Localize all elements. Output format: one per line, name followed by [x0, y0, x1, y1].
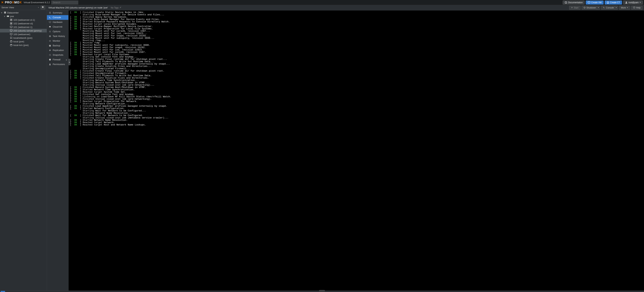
console-line: [ OK ] Mounted Mount unit for lxd, revis…	[70, 49, 642, 51]
shutdown-label: Shutdown	[586, 6, 596, 9]
terminal-icon	[603, 6, 605, 9]
svg-rect-17	[11, 35, 12, 35]
tree-item-node[interactable]: ▾pve	[0, 14, 47, 18]
console-line: [ OK ] Started Network Time Synchronizat…	[70, 88, 642, 91]
subnav-summary[interactable]: Summary	[47, 10, 68, 15]
svg-rect-4	[4, 12, 6, 13]
collapse-handle[interactable]: ▸	[68, 59, 70, 65]
tree-item-label: local-lvm (pve)	[13, 44, 29, 46]
console-line: [ OK ] Reached target Host and Network N…	[70, 124, 642, 126]
tree-body: ▾Datacenter▾pve103 (webserver-ct-1)102 (…	[0, 10, 47, 291]
svg-rect-18	[10, 37, 11, 38]
subnav-task-history[interactable]: Task History	[47, 34, 68, 38]
tree-item-label: 102 (webserver-ct)	[13, 22, 33, 25]
console-menu-caret[interactable]: ▼	[614, 6, 618, 10]
console-label: Console	[606, 6, 614, 9]
tree-item-ct[interactable]: 103 (webserver-ct-1)	[0, 18, 47, 22]
create-ct-label: Create CT	[610, 1, 620, 4]
console-line: Mounting Mount unit for lxd, revision 22…	[70, 32, 642, 35]
console-line: Mounting Mount unit for subiquity, revis…	[70, 37, 642, 39]
subnav-replication[interactable]: Replication	[47, 48, 68, 53]
svg-point-2	[626, 1, 627, 2]
subnav-backup[interactable]: Backup	[47, 43, 68, 48]
more-button[interactable]: More ▼	[619, 6, 630, 10]
ct-icon	[10, 22, 13, 25]
create-vm-button[interactable]: Create VM	[586, 0, 604, 4]
cube-icon	[607, 1, 609, 4]
help-button[interactable]: ? Help	[631, 6, 642, 10]
svg-rect-12	[10, 26, 12, 27]
shutdown-menu-caret[interactable]: ▼	[597, 6, 600, 10]
start-label: Start	[574, 6, 578, 9]
svg-rect-16	[10, 33, 12, 35]
subnav-label: Snapshots	[53, 54, 63, 56]
user-icon	[49, 63, 51, 66]
svg-rect-20	[10, 38, 11, 39]
cloud-icon	[49, 25, 51, 28]
subnav-firewall[interactable]: Firewall▸	[47, 57, 68, 62]
tree-settings-button[interactable]	[40, 5, 45, 9]
svg-rect-11	[11, 23, 12, 24]
tree-view-selector[interactable]: Server View	[2, 6, 38, 9]
subnav-hardware[interactable]: Hardware	[47, 20, 68, 24]
tree-item-label: local (pve)	[13, 40, 24, 43]
console-line: Starting Create final runtime dir for sh…	[70, 58, 642, 60]
console-line: Starting Create Volatile Files and Direc…	[70, 65, 642, 67]
pencil-icon	[120, 6, 122, 9]
tags-area[interactable]: No Tags	[111, 6, 122, 9]
subnav-snapshots[interactable]: Snapshots	[47, 53, 68, 57]
subnav-label: Summary	[53, 11, 62, 14]
svg-rect-19	[12, 37, 12, 38]
tree-item-ct[interactable]: 102 (webserver-ct)	[0, 22, 47, 25]
subnav-label: Console	[53, 16, 61, 19]
bottom-expand-handle[interactable]	[319, 290, 325, 292]
console-line: [ OK ] Mounted Mount unit for snapd, rev…	[70, 46, 642, 49]
svg-rect-3	[4, 12, 6, 12]
storage-icon	[10, 44, 13, 46]
top-bar: ✕ PROXMOX Virtual Environment 8.2.2 Docu…	[0, 0, 644, 5]
console-line: Mounting Mount unit for core20, revision…	[70, 30, 642, 32]
content-header: Virtual Machine 200 (ubuntu-server-jammy…	[47, 5, 644, 10]
resource-tree-panel: Server View ▼ ▾Datacenter▾pve103 (webser…	[0, 5, 47, 291]
more-label: More	[621, 6, 626, 9]
vm-icon	[10, 29, 13, 32]
search-input[interactable]	[51, 0, 78, 4]
start-button[interactable]: Start	[569, 6, 580, 10]
chevron-down-icon: ▼	[640, 1, 641, 3]
console-line: [ OK ] Finished Uncomplicated firewall.	[70, 72, 642, 74]
subnav-monitor[interactable]: Monitor	[47, 38, 68, 43]
bottom-task-bar[interactable]	[0, 291, 644, 292]
tree-item-vm[interactable]: 100 (webserver)	[0, 32, 47, 36]
documentation-button[interactable]: Documentation	[563, 0, 585, 4]
console-line: [ OK ] Finished Create final runtime dir…	[70, 70, 642, 72]
console-line: [ OK ] Started Dispatch Password Request…	[70, 20, 642, 23]
subnav-permissions[interactable]: Permissions	[47, 62, 68, 67]
shield-icon	[49, 58, 51, 61]
tree-item-label: 200 (ubuntu-server-jammy)	[13, 29, 42, 32]
subnav-label: Permissions	[53, 63, 65, 66]
subnav-cloud-init[interactable]: Cloud-Init	[47, 24, 68, 29]
create-ct-button[interactable]: Create CT	[605, 0, 622, 4]
tree-item-storage[interactable]: local-lvm (pve)	[0, 43, 47, 47]
subnav-label: Cloud-Init	[53, 25, 62, 28]
console-line: Starting Initial cloud-init job (pre-net…	[70, 84, 642, 86]
console-line: [ OK ] Finished Load AppArmor profiles m…	[70, 105, 642, 107]
tree-item-vm[interactable]: 200 (ubuntu-server-jammy)	[0, 29, 47, 32]
list-icon	[49, 35, 51, 37]
tree-item-sdn[interactable]: localnetwork (pve)	[0, 36, 47, 40]
subnav-console[interactable]: Console	[47, 15, 68, 20]
subnav-options[interactable]: Options	[47, 29, 68, 34]
shutdown-button[interactable]: Shutdown	[582, 6, 597, 10]
expand-icon: ▾	[1, 11, 3, 14]
console-output[interactable]: [ OK ] Finished Create Static Device Nod…	[68, 10, 644, 291]
user-menu-button[interactable]: root@pam ▼	[623, 0, 643, 4]
vm-icon	[10, 33, 13, 36]
console-button[interactable]: Console	[601, 6, 615, 10]
sdn-icon	[10, 36, 13, 39]
tree-item-datacenter[interactable]: ▾Datacenter	[0, 11, 47, 14]
tree-item-storage[interactable]: local (pve)	[0, 40, 47, 43]
tree-item-label: 101 (webserver-1)	[13, 26, 32, 28]
svg-point-22	[10, 40, 12, 41]
console-line: [ OK ] Started Network Name Resolution.	[70, 119, 642, 121]
tree-item-vm[interactable]: 101 (webserver-1)	[0, 25, 47, 29]
